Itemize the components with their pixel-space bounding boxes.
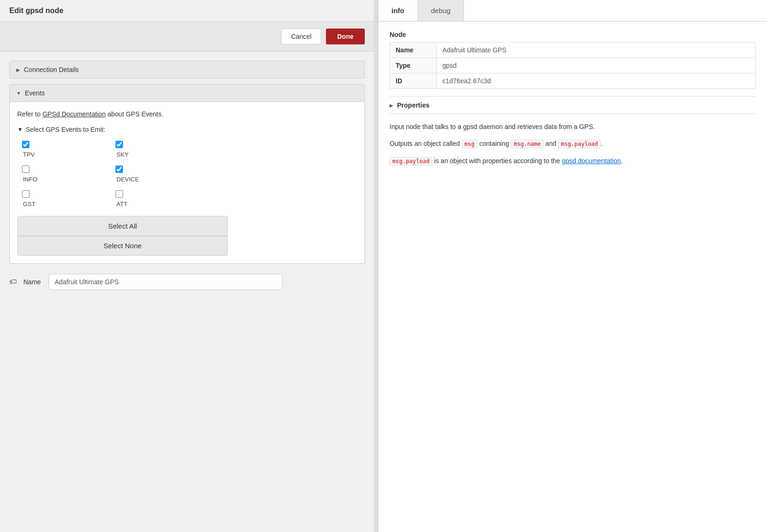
left-content: ▶ Connection Details ▼ Events Refer to G…: [0, 51, 374, 304]
checkbox-label-device: DEVICE: [116, 176, 139, 183]
gpsd-docs-link[interactable]: GPSd Documentation: [43, 110, 106, 118]
checkbox-item-gst: GST: [22, 190, 106, 208]
filter-icon: ▼: [17, 126, 23, 133]
checkbox-label-sky: SKY: [116, 151, 129, 158]
connection-details-header[interactable]: ▶ Connection Details: [10, 61, 364, 78]
node-id-value: c1d76ea2.67c3d: [437, 73, 756, 89]
connection-details-accordion: ▶ Connection Details: [9, 61, 365, 79]
right-tabs: info debug: [378, 0, 767, 22]
checkbox-item-sky: SKY: [116, 141, 200, 158]
select-all-button[interactable]: Select All: [18, 216, 227, 236]
page-title: Edit gpsd node: [9, 7, 64, 14]
right-content: Node Name Adafruit Ultimate GPS Type gps…: [378, 22, 767, 182]
select-none-button[interactable]: Select None: [18, 236, 227, 255]
properties-row[interactable]: ▶ Properties: [390, 96, 756, 114]
desc2-after: .: [601, 140, 603, 147]
tab-info[interactable]: info: [378, 0, 418, 21]
events-arrow-icon: ▼: [16, 91, 21, 96]
description-3: msg.payload is an object with properties…: [390, 156, 756, 166]
checkbox-gst[interactable]: [22, 190, 29, 198]
node-section-title: Node: [390, 31, 756, 42]
node-type-value: gpsd: [437, 58, 756, 73]
description-after: about GPS Events.: [106, 110, 163, 118]
filter-text: Select GPS Events to Emit:: [26, 126, 105, 133]
events-description: Refer to GPSd Documentation about GPS Ev…: [17, 109, 357, 119]
node-id-key: ID: [390, 73, 437, 89]
select-buttons-group: Select All Select None: [17, 216, 228, 256]
name-input[interactable]: [49, 274, 282, 290]
events-label: Events: [25, 89, 45, 97]
connection-details-label: Connection Details: [24, 66, 79, 73]
checkbox-item-att: ATT: [116, 190, 200, 208]
toolbar: Cancel Done: [0, 22, 374, 51]
desc2-before: Outputs an object called: [390, 140, 462, 147]
checkbox-device[interactable]: [116, 165, 123, 173]
done-button[interactable]: Done: [326, 29, 365, 44]
table-row: ID c1d76ea2.67c3d: [390, 73, 756, 89]
description-1: Input node that talks to a gpsd daemon a…: [390, 122, 756, 132]
desc2-mid1: containing: [478, 140, 511, 147]
properties-arrow-icon: ▶: [390, 103, 393, 108]
table-row: Name Adafruit Ultimate GPS: [390, 43, 756, 58]
tab-debug[interactable]: debug: [418, 0, 464, 21]
checkbox-item-info: INFO: [22, 165, 106, 183]
events-header[interactable]: ▼ Events: [10, 85, 364, 102]
properties-label: Properties: [397, 101, 429, 109]
checkbox-label-att: ATT: [116, 201, 128, 208]
checkbox-label-gst: GST: [23, 201, 36, 208]
checkbox-sky[interactable]: [116, 141, 123, 148]
checkbox-item-device: DEVICE: [116, 165, 200, 183]
node-table: Name Adafruit Ultimate GPS Type gpsd ID …: [390, 42, 756, 89]
left-panel: Edit gpsd node Cancel Done ▶ Connection …: [0, 0, 374, 532]
node-name-value: Adafruit Ultimate GPS: [437, 43, 756, 58]
desc2-mid2: and: [543, 140, 558, 147]
node-name-key: Name: [390, 43, 437, 58]
description-before: Refer to: [17, 110, 43, 118]
checkbox-item-tpv: TPV: [22, 141, 106, 158]
panel-divider: [374, 0, 378, 532]
code-msg: msg: [462, 140, 478, 148]
checkbox-att[interactable]: [116, 190, 123, 198]
events-content: Refer to GPSd Documentation about GPS Ev…: [10, 102, 364, 263]
description-2: Outputs an object called msg containing …: [390, 138, 756, 149]
code-msg-payload-2: msg.payload: [390, 157, 432, 165]
connection-details-arrow-icon: ▶: [16, 67, 20, 72]
name-label: Name: [23, 278, 42, 286]
node-type-key: Type: [390, 58, 437, 73]
left-header: Edit gpsd node: [0, 0, 374, 22]
code-msg-payload-1: msg.payload: [558, 140, 601, 148]
tag-icon: 🏷: [9, 278, 17, 286]
events-accordion: ▼ Events Refer to GPSd Documentation abo…: [9, 84, 365, 264]
filter-label-row: ▼ Select GPS Events to Emit:: [17, 126, 357, 133]
checkboxes-grid: TPV SKY INFO: [22, 141, 357, 208]
gpsd-docs-link-2[interactable]: gpsd documentation: [562, 157, 621, 165]
cancel-button[interactable]: Cancel: [281, 29, 321, 44]
checkbox-label-info: INFO: [23, 176, 37, 183]
checkbox-tpv[interactable]: [22, 141, 29, 148]
checkbox-label-tpv: TPV: [23, 151, 35, 158]
name-row: 🏷 Name: [9, 269, 365, 295]
desc3-after: .: [621, 157, 623, 165]
table-row: Type gpsd: [390, 58, 756, 73]
right-panel: info debug Node Name Adafruit Ultimate G…: [378, 0, 767, 532]
checkbox-info[interactable]: [22, 165, 29, 173]
code-msg-name: msg.name: [511, 140, 543, 148]
desc3-mid: is an object with properties according t…: [432, 157, 562, 165]
